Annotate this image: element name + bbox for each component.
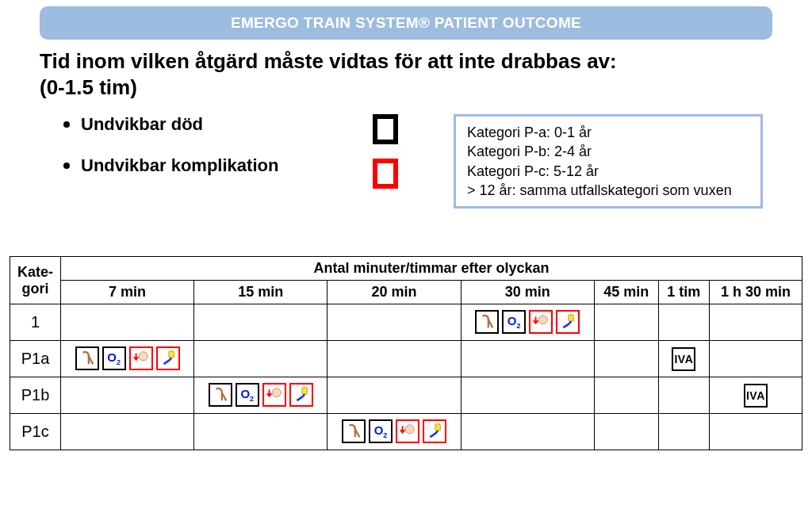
oxygen-icon: O2 bbox=[102, 346, 126, 370]
banner-title: EMERGO TRAIN SYSTEM® PATIENT OUTCOME bbox=[40, 6, 772, 40]
table-cell bbox=[594, 414, 658, 450]
svg-rect-1 bbox=[569, 315, 573, 321]
row-category-label: P1b bbox=[10, 377, 61, 414]
svg-rect-3 bbox=[169, 351, 174, 358]
table-cell bbox=[461, 414, 594, 450]
bullet-dot-icon bbox=[63, 121, 70, 128]
svg-point-2 bbox=[139, 352, 147, 361]
iva-icon: IVA bbox=[672, 347, 695, 371]
table-cell bbox=[61, 414, 194, 450]
cat-b: Kategori P-b: 2-4 år bbox=[467, 142, 749, 161]
treatment-iconset: O2 bbox=[209, 383, 313, 407]
bullet-complication: Undvikbar komplikation bbox=[63, 155, 349, 176]
airway-icon bbox=[475, 310, 499, 334]
col-45min: 45 min bbox=[594, 281, 658, 304]
head-position-icon bbox=[529, 310, 553, 334]
table-header-span: Antal minuter/timmar efter olyckan bbox=[61, 257, 802, 281]
table-cell: IVA bbox=[658, 341, 709, 377]
table-cell bbox=[61, 377, 194, 414]
table-cell bbox=[327, 341, 461, 377]
treatment-iconset: O2 bbox=[342, 419, 446, 443]
intro-line-2: (0-1.5 tim) bbox=[40, 75, 772, 100]
legend-box-black-icon bbox=[373, 114, 398, 144]
table-cell bbox=[194, 414, 327, 450]
category-age-box: Kategori P-a: 0-1 år Kategori P-b: 2-4 å… bbox=[454, 114, 763, 209]
table-cell bbox=[594, 304, 658, 341]
row-category-label: 1 bbox=[10, 304, 61, 341]
cat-a: Kategori P-a: 0-1 år bbox=[467, 123, 749, 142]
intro-line-1: Tid inom vilken åtgärd måste vidtas för … bbox=[40, 49, 772, 74]
table-cell bbox=[327, 377, 461, 414]
treatment-iconset: O2 bbox=[75, 346, 180, 370]
oxygen-icon: O2 bbox=[502, 310, 526, 334]
table-cell bbox=[709, 304, 802, 341]
head-position-icon bbox=[262, 383, 286, 407]
bullet-complication-label: Undvikbar komplikation bbox=[81, 155, 278, 176]
iv-fluid-icon bbox=[423, 419, 446, 443]
table-row: P1aO2IVA bbox=[10, 341, 802, 377]
airway-icon bbox=[75, 346, 99, 370]
treatment-iconset: O2 bbox=[475, 310, 580, 334]
table-time-header: 7 min 15 min 20 min 30 min 45 min 1 tim … bbox=[10, 281, 802, 304]
table-cell bbox=[709, 341, 802, 377]
table-cell bbox=[594, 341, 658, 377]
table-cell bbox=[461, 377, 594, 414]
col-1h30: 1 h 30 min bbox=[709, 281, 802, 304]
table-cell bbox=[327, 304, 461, 341]
bullet-dot-icon bbox=[63, 163, 70, 169]
iv-fluid-icon bbox=[556, 310, 580, 334]
table-row: 1O2 bbox=[10, 304, 802, 341]
col-30min: 30 min bbox=[461, 281, 594, 304]
table-corner: Kate- gori bbox=[10, 257, 61, 304]
table-cell bbox=[658, 414, 709, 450]
svg-point-6 bbox=[405, 425, 414, 434]
table-cell bbox=[194, 341, 327, 377]
iv-fluid-icon bbox=[289, 383, 313, 407]
table-cell bbox=[594, 377, 658, 414]
table-cell bbox=[658, 377, 709, 414]
airway-icon bbox=[209, 383, 232, 407]
table-cell: O2 bbox=[327, 414, 461, 450]
oxygen-icon: O2 bbox=[369, 419, 393, 443]
svg-point-4 bbox=[272, 388, 281, 397]
row-category-label: P1a bbox=[10, 341, 61, 377]
bullet-death-label: Undvikbar död bbox=[81, 114, 203, 135]
outcome-table: Kate- gori Antal minuter/timmar efter ol… bbox=[10, 256, 802, 450]
table-row: P1cO2 bbox=[10, 414, 802, 450]
col-1tim: 1 tim bbox=[658, 281, 709, 304]
airway-icon bbox=[342, 419, 366, 443]
legend-box-red-icon bbox=[373, 159, 398, 189]
bullet-death: Undvikbar död bbox=[63, 114, 349, 135]
col-20min: 20 min bbox=[327, 281, 461, 304]
table-cell bbox=[61, 304, 194, 341]
row-category-label: P1c bbox=[10, 414, 61, 450]
cat-c: Kategori P-c: 5-12 år bbox=[467, 162, 749, 181]
head-position-icon bbox=[129, 346, 153, 370]
iva-icon: IVA bbox=[744, 384, 768, 408]
oxygen-icon: O2 bbox=[236, 383, 259, 407]
col-7min: 7 min bbox=[61, 281, 194, 304]
table-cell bbox=[194, 304, 327, 341]
cat-d: > 12 år: samma utfallskategori som vuxen bbox=[467, 181, 749, 200]
col-15min: 15 min bbox=[194, 281, 327, 304]
svg-rect-7 bbox=[435, 424, 440, 431]
iv-fluid-icon bbox=[156, 346, 180, 370]
table-cell: O2 bbox=[461, 304, 594, 341]
svg-point-0 bbox=[538, 316, 547, 324]
table-cell bbox=[709, 414, 802, 450]
table-cell: O2 bbox=[194, 377, 327, 414]
table-cell: IVA bbox=[709, 377, 802, 414]
table-row: P1bO2IVA bbox=[10, 377, 802, 414]
table-cell bbox=[461, 341, 594, 377]
head-position-icon bbox=[396, 419, 419, 443]
table-cell: O2 bbox=[61, 341, 194, 377]
svg-rect-5 bbox=[302, 388, 307, 394]
table-cell bbox=[658, 304, 709, 341]
